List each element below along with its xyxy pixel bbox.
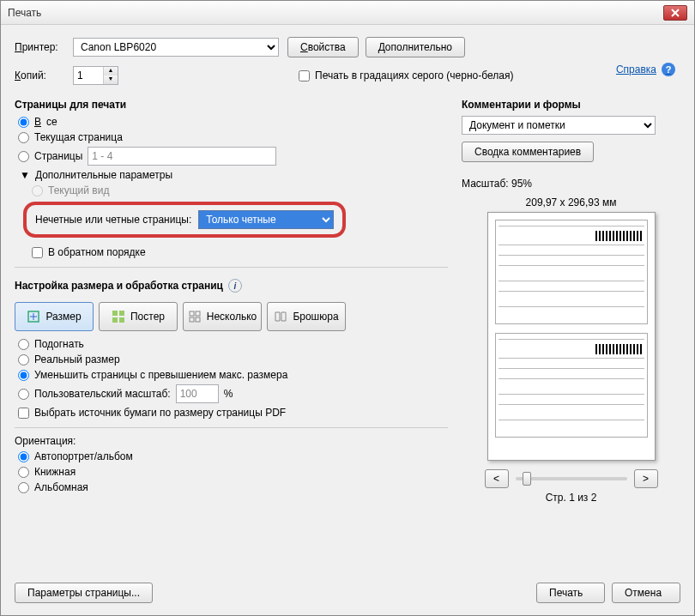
comments-title: Комментарии и формы [462, 99, 680, 111]
printer-label: Принтер: [15, 41, 66, 53]
close-button[interactable] [663, 5, 687, 21]
scale-label: Масштаб: 95% [462, 178, 680, 190]
orient-portrait-radio[interactable] [18, 467, 29, 478]
close-icon [671, 9, 680, 17]
grayscale-checkbox[interactable]: Печать в градациях серого (черно-белая) [299, 69, 513, 82]
orientation-title: Ориентация: [15, 435, 448, 447]
poster-icon [112, 310, 125, 323]
preview-prev-button[interactable]: < [485, 469, 509, 488]
barcode-icon [595, 231, 644, 241]
svg-rect-3 [112, 317, 118, 323]
preview-page-1 [495, 220, 648, 324]
advanced-button[interactable]: Дополнительно [366, 37, 465, 57]
custom-scale-input[interactable] [176, 384, 219, 403]
pages-range-radio[interactable] [18, 151, 29, 162]
pages-current-radio[interactable] [18, 132, 29, 143]
titlebar: Печать [1, 1, 694, 25]
svg-rect-8 [196, 317, 200, 322]
copies-spinner[interactable]: ▲ ▼ [73, 66, 118, 85]
svg-rect-2 [119, 311, 124, 316]
slider-thumb[interactable] [523, 472, 531, 486]
odd-even-highlight: Нечетные или четные страницы: Только чет… [23, 202, 346, 238]
svg-rect-6 [196, 311, 200, 316]
page-counter: Стр. 1 из 2 [462, 492, 680, 504]
preview-next-button[interactable]: > [634, 469, 658, 488]
window-title: Печать [8, 7, 663, 19]
preview-dimensions: 209,97 x 296,93 мм [462, 196, 680, 208]
actual-radio[interactable] [18, 354, 29, 365]
svg-rect-7 [190, 317, 194, 322]
page-setup-button[interactable]: Параметры страницы... [15, 583, 153, 603]
copies-input[interactable] [74, 68, 103, 83]
copies-down[interactable]: ▼ [104, 75, 118, 84]
custom-scale-radio[interactable] [18, 389, 29, 400]
cancel-button[interactable]: Отмена [612, 583, 680, 603]
pages-all-radio[interactable] [18, 117, 29, 128]
chevron-down-icon: ▼ [20, 169, 30, 181]
source-by-pdf-checkbox[interactable] [18, 408, 29, 419]
printer-select[interactable]: Canon LBP6020 [73, 38, 279, 57]
preview-page-2 [495, 333, 648, 438]
booklet-button[interactable]: Брошюра [267, 302, 346, 331]
print-button[interactable]: Печать [536, 583, 605, 603]
svg-rect-1 [112, 311, 118, 316]
print-dialog: Печать Справка ? Принтер: Canon LBP6020 … [0, 0, 695, 616]
svg-rect-5 [190, 311, 194, 316]
shrink-radio[interactable] [18, 370, 29, 381]
barcode-icon [595, 344, 644, 354]
odd-even-select[interactable]: Только четные [198, 210, 334, 229]
copies-label: Копий: [15, 69, 66, 82]
booklet-icon [274, 310, 287, 323]
orient-auto-radio[interactable] [18, 451, 29, 462]
help-icon: ? [662, 63, 675, 76]
svg-rect-4 [119, 317, 124, 323]
grayscale-label: Печать в градациях серого (черно-белая) [315, 69, 513, 82]
multiple-icon [188, 310, 202, 323]
pages-section-title: Страницы для печати [15, 99, 448, 111]
pages-range-input[interactable] [88, 147, 276, 166]
orient-landscape-radio[interactable] [18, 482, 29, 493]
comments-summary-button[interactable]: Сводка комментариев [462, 142, 594, 162]
odd-even-label: Нечетные или четные страницы: [35, 214, 191, 226]
more-params-toggle[interactable]: ▼ Дополнительные параметры [20, 169, 448, 181]
info-icon[interactable]: i [228, 279, 242, 293]
multiple-button[interactable]: Несколько [183, 302, 262, 331]
comments-select[interactable]: Документ и пометки [462, 116, 656, 135]
current-view-radio [32, 185, 43, 196]
help-link-text: Справка [616, 63, 656, 75]
help-link[interactable]: Справка ? [616, 63, 675, 76]
pages-range-label: Страницы [34, 150, 82, 162]
size-icon [27, 310, 40, 323]
properties-button[interactable]: Свойства [287, 37, 359, 57]
copies-up[interactable]: ▲ [104, 67, 118, 75]
fit-radio[interactable] [18, 339, 29, 350]
size-button[interactable]: Размер [15, 302, 94, 331]
preview-slider[interactable] [516, 477, 627, 480]
poster-button[interactable]: Постер [99, 302, 178, 331]
sizing-title: Настройка размера и обработка страниц [15, 280, 223, 292]
print-preview [487, 212, 656, 461]
reverse-checkbox[interactable] [32, 247, 43, 258]
